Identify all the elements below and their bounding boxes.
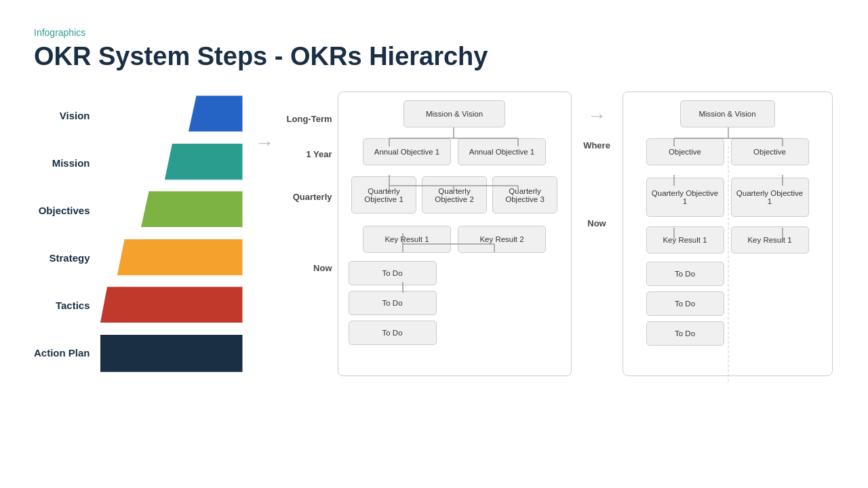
page: Infographics OKR System Steps - OKRs Hie… [0,0,868,488]
right-key-result-2: Key Result 1 [731,226,809,253]
left-quarterly-obj-3: Quarterly Objective 3 [492,176,557,214]
pyramid-block-vision [189,96,243,133]
right-diagram-section: Mission & Vision Objective Objective Qua… [623,92,833,376]
pyramid-label-vision: Vision [34,95,90,136]
left-todo-3: To Do [349,321,437,345]
pyramid-block-actionplan [100,335,243,372]
right-todo-3: To Do [646,321,724,346]
now-label-right: Now [587,218,606,228]
left-todo-2: To Do [349,291,437,315]
pyramid-block-mission [165,144,243,181]
right-todo-2: To Do [646,291,724,316]
time-label-quarterly: Quarterly [287,171,338,222]
main-title: OKR System Steps - OKRs Hierarchy [34,42,834,71]
pyramid-label-tactics: Tactics [34,285,90,325]
pyramid-label-mission: Mission [34,142,90,183]
category-label: Infographics [34,27,834,38]
middle-col: → Where Now [575,92,619,228]
left-quarterly-obj-1: Quarterly Objective 1 [351,176,416,214]
left-annual-obj-2: Annual Objective 1 [458,138,546,165]
time-label-1year: 1 Year [287,136,338,171]
right-quarterly-obj-2: Quarterly Objective 1 [731,178,809,217]
pyramid-label-strategy: Strategy [34,237,90,278]
left-annual-obj-1: Annual Objective 1 [363,138,451,165]
arrow-1: → [246,92,283,154]
time-label-now-left: Now [287,258,338,339]
time-label-longterm: Long-Term [287,101,338,136]
right-key-result-1: Key Result 1 [646,226,724,253]
left-todo-1: To Do [349,261,437,285]
right-quarterly-obj-1: Quarterly Objective 1 [646,178,724,217]
left-mission-vision: Mission & Vision [403,100,505,127]
left-quarterly-obj-2: Quarterly Objective 2 [422,176,487,214]
pyramid-label-objectives: Objectives [34,190,90,230]
where-label: Where [583,140,610,150]
right-objective-2: Objective [731,138,809,165]
pyramid-label-actionplan: Action Plan [34,332,90,373]
left-key-result-1: Key Result 1 [363,226,451,253]
left-key-result-2: Key Result 2 [458,226,546,253]
right-todo-1: To Do [646,262,724,286]
right-mission-vision: Mission & Vision [680,100,775,127]
pyramid-section: Vision Mission Objectives Strategy Tacti… [34,92,243,376]
right-objective-1: Objective [646,138,724,165]
left-diagram-section: Long-Term 1 Year Quarterly Now [287,92,572,376]
pyramid-block-tactics [100,287,243,324]
pyramid-block-objectives [141,191,243,228]
pyramid-block-strategy [117,239,243,277]
